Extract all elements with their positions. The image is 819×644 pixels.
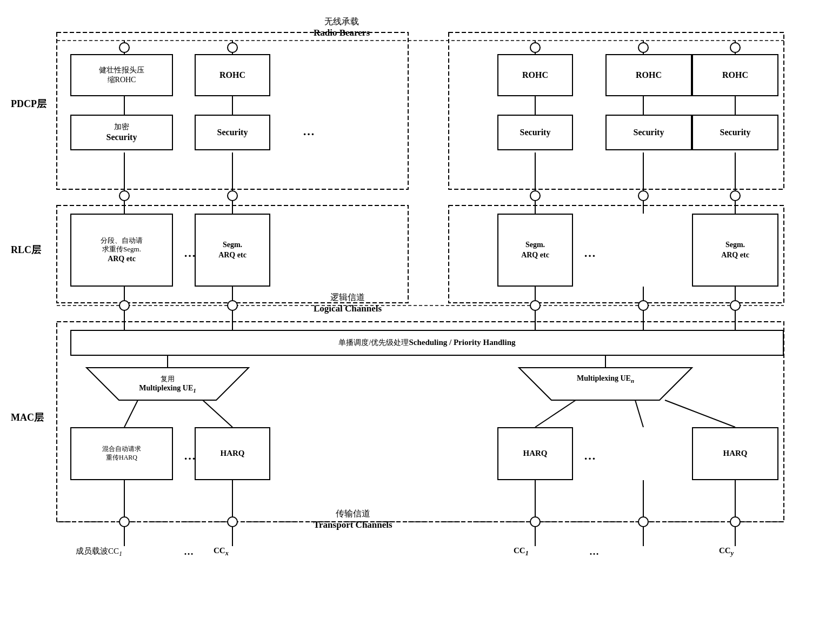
svg-point-16 [638,43,648,52]
svg-line-58 [203,400,232,427]
rlc-box-2: Segm.ARQ etc [195,214,270,287]
svg-line-60 [635,400,643,427]
svg-point-28 [119,191,129,201]
svg-line-61 [665,400,735,427]
mux-right-label: Multiplexing UEn [532,374,678,384]
security-box-1: 加密 Security [70,115,173,150]
rlc-box-1: 分段、自动请 求重传Segm. ARQ etc [70,214,173,287]
svg-point-30 [530,191,540,201]
pdcp-dots: … [303,124,315,138]
mac-layer-label: MAC层 [11,411,44,424]
cc1-right-label: CC1 [514,546,529,557]
cc-dots-left: … [184,546,194,557]
cc-dots-right: … [589,546,599,557]
rohc-box-2: ROHC [195,54,270,96]
mux-left-label: 复用 Multiplexing UE1 [100,374,235,394]
cc1-chinese-label: 成员载波CC1 [76,546,122,558]
rlc-layer-label: RLC层 [11,243,41,256]
harq-dots-right: … [584,449,596,463]
security-box-2: Security [195,115,270,150]
rlc-dots-1: … [184,246,196,260]
svg-point-69 [530,517,540,527]
scheduling-box: 单播调度/优先级处理Scheduling / Priority Handling [70,330,784,356]
diagram-container: 无线承载 Radio Bearers PDCP层 RLC层 MAC层 健壮性报头… [0,0,819,644]
svg-point-29 [228,191,237,201]
security-box-3: Security [497,115,573,150]
security-box-5: Security [692,115,778,150]
svg-marker-56 [519,368,692,400]
svg-line-59 [535,400,576,427]
svg-point-17 [730,43,740,52]
rohc-box-1: 健壮性报头压 缩ROHC [70,54,173,96]
diagram-lines [0,0,819,644]
svg-point-31 [638,191,648,201]
svg-point-14 [228,43,237,52]
rlc-dots-2: … [584,246,596,260]
radio-bearers-label: 无线承载 Radio Bearers [314,16,370,38]
svg-point-46 [638,301,648,310]
harq-box-4: HARQ [692,427,778,480]
svg-point-71 [730,517,740,527]
svg-point-43 [119,301,129,310]
svg-point-13 [119,43,129,52]
rohc-box-5: ROHC [692,54,778,96]
security-box-4: Security [605,115,692,150]
pdcp-layer-label: PDCP层 [11,97,46,110]
svg-point-68 [228,517,237,527]
rlc-box-4: Segm.ARQ etc [692,214,778,287]
harq-box-1: 混合自动请求 重传HARQ [70,427,173,480]
svg-point-47 [730,301,740,310]
logical-channels-label: 逻辑信道 Logical Channels [314,292,382,314]
rohc-box-4: ROHC [605,54,692,96]
ccx-label: CCx [214,546,229,557]
svg-point-70 [638,517,648,527]
rlc-box-3: Segm.ARQ etc [497,214,573,287]
svg-point-45 [530,301,540,310]
svg-point-32 [730,191,740,201]
harq-box-2: HARQ [195,427,270,480]
ccy-label: CCy [719,546,734,557]
svg-point-15 [530,43,540,52]
harq-box-3: HARQ [497,427,573,480]
svg-line-57 [124,400,138,427]
svg-marker-55 [86,368,249,400]
transport-channels-label: 传输信道 Transport Channels [314,508,392,530]
harq-dots-left: … [184,449,196,463]
rohc-box-3: ROHC [497,54,573,96]
svg-point-44 [228,301,237,310]
svg-point-67 [119,517,129,527]
